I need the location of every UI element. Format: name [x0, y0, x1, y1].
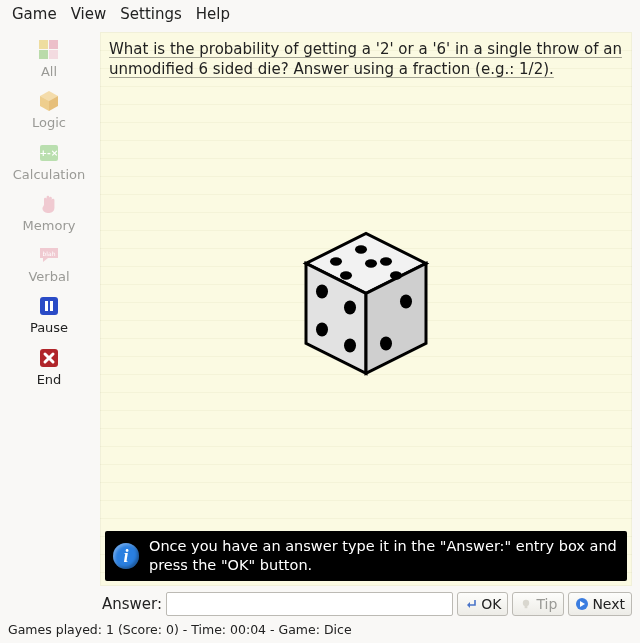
- bulb-icon: [519, 597, 533, 611]
- menubar: Game View Settings Help: [0, 0, 640, 28]
- next-button[interactable]: Next: [568, 592, 632, 616]
- arrow-right-icon: [575, 597, 589, 611]
- svg-rect-0: [39, 40, 48, 49]
- svg-rect-3: [49, 50, 58, 59]
- menu-game[interactable]: Game: [6, 3, 63, 25]
- svg-point-22: [390, 271, 402, 279]
- game-area: What is the probability of getting a '2'…: [98, 28, 640, 618]
- game-canvas: What is the probability of getting a '2'…: [100, 32, 632, 586]
- next-button-label: Next: [592, 596, 625, 612]
- question-text: What is the probability of getting a '2'…: [109, 39, 623, 80]
- svg-text:blah: blah: [43, 250, 56, 257]
- sidebar-item-label: Pause: [30, 321, 68, 335]
- calc-icon: +‑×: [35, 139, 63, 167]
- svg-point-23: [316, 284, 328, 298]
- svg-point-28: [380, 336, 392, 350]
- sidebar-item-end[interactable]: End: [4, 342, 94, 391]
- pause-icon: [35, 292, 63, 320]
- info-text: Once you have an answer type it in the "…: [149, 537, 619, 575]
- info-strip: i Once you have an answer type it in the…: [105, 531, 627, 581]
- main-row: All Logic +‑× Calculation: [0, 28, 640, 618]
- svg-text:+‑×: +‑×: [40, 148, 59, 158]
- tip-button-label: Tip: [536, 596, 557, 612]
- sidebar-item-all[interactable]: All: [4, 34, 94, 83]
- sidebar: All Logic +‑× Calculation: [0, 28, 98, 618]
- svg-point-19: [380, 257, 392, 265]
- tip-button[interactable]: Tip: [512, 592, 564, 616]
- return-icon: [464, 597, 478, 611]
- ok-button[interactable]: OK: [457, 592, 508, 616]
- sidebar-item-label: Calculation: [13, 168, 86, 182]
- menu-help[interactable]: Help: [190, 3, 236, 25]
- svg-rect-1: [49, 40, 58, 49]
- svg-point-25: [316, 322, 328, 336]
- answer-input[interactable]: [166, 592, 453, 616]
- answer-label: Answer:: [100, 595, 162, 613]
- answer-row: Answer: OK Tip: [100, 586, 632, 618]
- svg-rect-10: [40, 297, 58, 315]
- menu-view[interactable]: View: [65, 3, 113, 25]
- sidebar-item-label: All: [41, 65, 57, 79]
- cube-icon: [35, 87, 63, 115]
- svg-point-24: [344, 300, 356, 314]
- sidebar-item-memory[interactable]: Memory: [4, 188, 94, 237]
- svg-point-17: [330, 257, 342, 265]
- ok-button-label: OK: [481, 596, 501, 612]
- svg-point-26: [344, 338, 356, 352]
- svg-point-21: [365, 259, 377, 267]
- sidebar-item-verbal[interactable]: blah Verbal: [4, 239, 94, 288]
- tiles-icon: [35, 36, 63, 64]
- svg-point-29: [523, 600, 529, 606]
- dice-illustration: [266, 203, 466, 406]
- menu-settings[interactable]: Settings: [114, 3, 188, 25]
- sidebar-item-label: Logic: [32, 116, 66, 130]
- svg-rect-12: [50, 301, 53, 311]
- svg-point-18: [355, 245, 367, 253]
- sidebar-item-label: Memory: [23, 219, 76, 233]
- sidebar-item-calculation[interactable]: +‑× Calculation: [4, 137, 94, 186]
- sidebar-item-label: Verbal: [28, 270, 69, 284]
- speech-icon: blah: [35, 241, 63, 269]
- hand-icon: [35, 190, 63, 218]
- close-icon: [35, 344, 63, 372]
- svg-rect-30: [525, 606, 528, 608]
- svg-point-20: [340, 271, 352, 279]
- sidebar-item-logic[interactable]: Logic: [4, 85, 94, 134]
- svg-rect-11: [45, 301, 48, 311]
- svg-point-27: [400, 294, 412, 308]
- info-icon: i: [113, 543, 139, 569]
- status-bar: Games played: 1 (Score: 0) - Time: 00:04…: [0, 618, 640, 643]
- svg-rect-2: [39, 50, 48, 59]
- sidebar-item-label: End: [37, 373, 62, 387]
- sidebar-item-pause[interactable]: Pause: [4, 290, 94, 339]
